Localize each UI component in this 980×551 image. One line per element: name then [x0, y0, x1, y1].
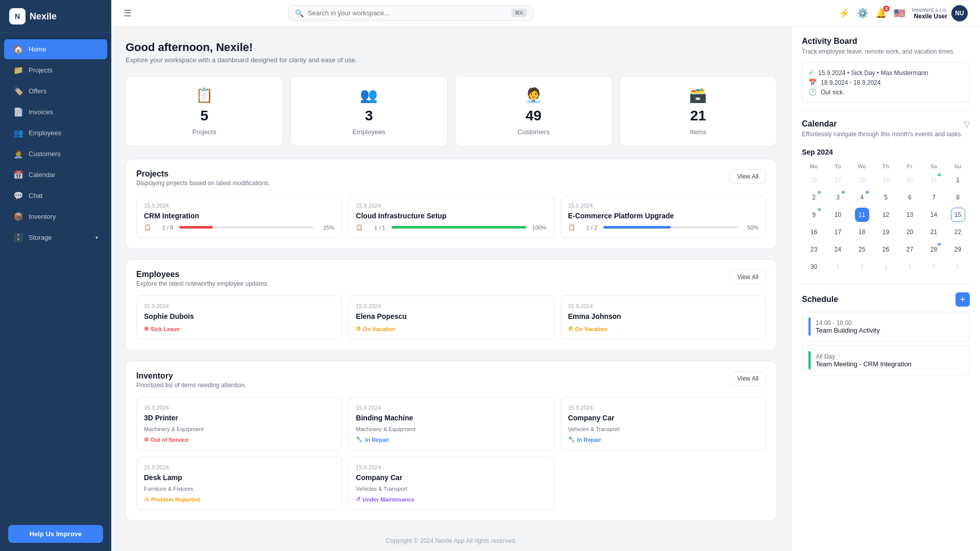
calendar-day-number: 29 [879, 173, 893, 187]
inventory-section-title: Inventory [136, 371, 246, 381]
sidebar-item-home[interactable]: 🏠 Home [4, 39, 107, 59]
sidebar: N Nexile 🏠 Home 📁 Projects 🏷️ Offers 📄 I… [0, 0, 111, 551]
sidebar-item-storage[interactable]: 🗄️ Storage ▾ [4, 228, 107, 247]
calendar-day[interactable]: 30 [898, 171, 922, 189]
calendar-month-header: Sep 2024 [802, 148, 970, 156]
schedule-time-0: 14:00 - 18:00 [816, 319, 880, 327]
sidebar-item-customers[interactable]: 🧑‍💼 Customers [4, 144, 107, 164]
calendar-day[interactable]: 26 [874, 241, 898, 258]
sidebar-label-chat: Chat [29, 192, 42, 199]
project-progress-1: 📋 1 / 1 100% [356, 224, 546, 231]
calendar-day[interactable]: 15 [946, 206, 970, 223]
panel-divider-2 [802, 284, 970, 284]
progress-bar-wrap-2 [603, 226, 738, 229]
user-profile[interactable]: Innovent s.r.o. Nexile User NU [912, 5, 968, 21]
sidebar-item-inventory[interactable]: 📦 Inventory [4, 207, 107, 227]
sidebar-item-offers[interactable]: 🏷️ Offers [4, 81, 107, 101]
calendar-day[interactable]: 10 [826, 206, 850, 223]
calendar-day-number: 41 [855, 190, 869, 205]
calendar-day[interactable]: 27 [898, 241, 922, 258]
calendar-day[interactable]: 31 [826, 189, 850, 206]
calendar-day[interactable]: 6 [946, 258, 970, 276]
sidebar-item-employees[interactable]: 👥 Employees [4, 123, 107, 143]
calendar-tbody: 2627282930311122314156789210111213141516… [802, 171, 970, 276]
sidebar-item-invoices[interactable]: 📄 Invoices [4, 102, 107, 122]
calendar-day[interactable]: 13 [898, 206, 922, 223]
inventory-section: Inventory Prioritized list of items need… [126, 361, 777, 521]
calendar-day[interactable]: 29 [874, 171, 898, 189]
inventory-date-0: 15.9.2024 [144, 405, 334, 411]
calendar-day[interactable]: 17 [826, 223, 850, 241]
calendar-day[interactable]: 24 [826, 241, 850, 258]
employees-section-subtitle: Explore the latest noteworthy employee u… [136, 280, 269, 287]
footer: Copyright © 2024 Nexile App All rights r… [126, 531, 777, 550]
menu-icon[interactable]: ☰ [124, 8, 132, 19]
add-schedule-button[interactable]: + [955, 292, 970, 307]
calendar-day[interactable]: 1 [946, 171, 970, 189]
calendar-day[interactable]: 12 [874, 206, 898, 223]
activity-text-1: 15.9.2024 • Sick Day • Max Mustermann [818, 69, 928, 77]
flash-icon[interactable]: ⚡ [839, 8, 850, 19]
calendar-day[interactable]: 18 [850, 223, 874, 241]
filter-icon[interactable]: ▽ [964, 119, 970, 129]
calendar-day[interactable]: 11 [850, 206, 874, 223]
calendar-day[interactable]: 281 [922, 241, 946, 258]
calendar-day[interactable]: 20 [898, 223, 922, 241]
language-flag[interactable]: 🇺🇸 [894, 8, 905, 19]
calendar-day-number: 18 [855, 225, 869, 239]
calendar-day[interactable]: 30 [802, 258, 826, 276]
calendar-day[interactable]: 21 [922, 223, 946, 241]
calendar-day[interactable]: 5 [922, 258, 946, 276]
schedule-details-0: 14:00 - 18:00 Team Building Activity [816, 319, 880, 334]
calendar-day[interactable]: 2 [850, 258, 874, 276]
sidebar-item-projects[interactable]: 📁 Projects [4, 60, 107, 80]
calendar-day[interactable]: 28 [850, 171, 874, 189]
calendar-day-number: 17 [831, 225, 845, 239]
calendar-day[interactable]: 3 [874, 258, 898, 276]
page-title: Good afternoon, Nexile! [126, 41, 777, 54]
calendar-day-number: 311 [927, 173, 941, 187]
calendar-day[interactable]: 27 [826, 171, 850, 189]
employee-date-1: 15.9.2024 [356, 303, 546, 309]
projects-view-all-button[interactable]: View All [729, 169, 766, 184]
calendar-day[interactable]: 19 [874, 223, 898, 241]
repair-label-2: In Repair [577, 437, 601, 443]
calendar-day-number: 20 [903, 225, 917, 239]
calendar-day[interactable]: 25 [850, 241, 874, 258]
problem-label: Problem Reported [151, 496, 200, 503]
notifications-icon[interactable]: 🔔 3 [875, 8, 887, 19]
calendar-day[interactable]: 22 [946, 223, 970, 241]
progress-bar-wrap-1 [391, 226, 526, 229]
inventory-view-all-button[interactable]: View All [729, 371, 766, 386]
calendar-day[interactable]: 22 [802, 189, 826, 206]
calendar-day[interactable]: 16 [802, 223, 826, 241]
calendar-day[interactable]: 41 [850, 189, 874, 206]
calendar-day[interactable]: 1 [826, 258, 850, 276]
calendar-day[interactable]: 23 [802, 241, 826, 258]
calendar-day[interactable]: 26 [802, 171, 826, 189]
calendar-day[interactable]: 7 [922, 189, 946, 206]
calendar-day[interactable]: 92 [802, 206, 826, 223]
offers-icon: 🏷️ [13, 86, 23, 96]
settings-icon[interactable]: ⚙️ [857, 8, 868, 19]
calendar-day[interactable]: 14 [922, 206, 946, 223]
calendar-day-number: 27 [903, 242, 917, 257]
calendar-day[interactable]: 6 [898, 189, 922, 206]
search-input[interactable] [308, 9, 507, 17]
calendar-day[interactable]: 4 [898, 258, 922, 276]
inventory-name-2: Company Car [568, 414, 758, 422]
sidebar-item-calendar[interactable]: 📅 Calendar [4, 165, 107, 185]
calendar-day[interactable]: 311 [922, 171, 946, 189]
employees-view-all-button[interactable]: View All [729, 270, 766, 284]
sidebar-item-chat[interactable]: 💬 Chat [4, 186, 107, 206]
storage-icon: 🗄️ [13, 233, 23, 242]
calendar-day[interactable]: 29 [946, 241, 970, 258]
project-card-0: 15.9.2024 CRM Integration 📋 2 / 8 25% [136, 195, 342, 238]
help-us-improve-button[interactable]: Help Us Improve [8, 525, 103, 543]
calendar-day[interactable]: 5 [874, 189, 898, 206]
calendar-icon: 📅 [13, 170, 23, 180]
calendar-day[interactable]: 8 [946, 189, 970, 206]
day-sa: Sa [922, 161, 946, 171]
calendar-dot: 2 [818, 208, 821, 211]
stat-card-customers: 🧑‍💼 49 Customers [455, 76, 612, 146]
